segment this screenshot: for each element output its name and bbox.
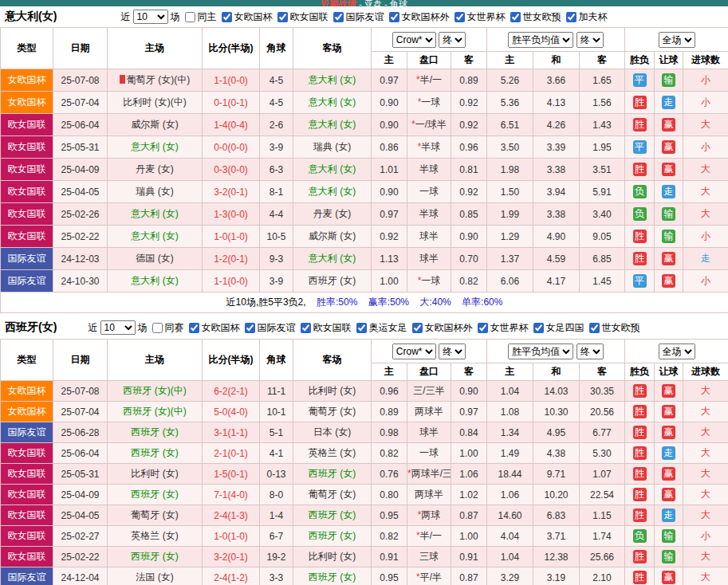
win-draw-loss-cell: 胜	[625, 402, 655, 422]
league-filter-5-checkbox[interactable]	[478, 323, 488, 333]
league-filter-4-checkbox[interactable]	[455, 12, 465, 22]
league-filter-1-checkbox[interactable]	[245, 323, 255, 333]
bookmaker-select[interactable]: Crow*	[392, 32, 436, 48]
odds-home: 0.90	[372, 181, 407, 203]
odds-home: 0.92	[372, 226, 407, 248]
bookmaker-select[interactable]: Crow*	[392, 344, 436, 359]
league-filter-4-checkbox[interactable]	[412, 323, 423, 333]
league-filter-0-label: 女欧国杯	[234, 10, 273, 24]
near-label: 近	[121, 10, 131, 24]
league-filter-1-checkbox[interactable]	[277, 12, 288, 22]
handicap-result-badge: 走	[662, 446, 675, 460]
league-filter-2-checkbox[interactable]	[301, 323, 311, 333]
handicap-result-cell: 赢	[655, 114, 683, 136]
corner-score: 4-4	[260, 203, 293, 226]
league-type-badge: 欧女国联	[1, 226, 53, 248]
col-goals: 进球数	[683, 363, 728, 381]
league-filter-7-checkbox[interactable]	[589, 323, 600, 333]
win-draw-loss-cell: 胜	[625, 226, 655, 248]
corner-score: 6-3	[260, 159, 293, 181]
avg-odds-select[interactable]: 胜平负均值	[508, 32, 573, 48]
match-date: 25-04-09	[53, 159, 108, 181]
col-wdl: 胜负	[625, 52, 655, 69]
league-type-badge: 欧女国联	[1, 464, 53, 485]
odds-away: 0.89	[451, 69, 487, 92]
league-type-badge: 国际友谊	[1, 567, 53, 585]
live-flag-icon	[120, 75, 125, 84]
avg-draw: 4.90	[533, 226, 580, 248]
match-score: 1-1(0-0)	[203, 270, 260, 292]
match-row: 国际友谊24-12-03德国 (女)1-2(0-1)9-3意大利 (女)1.13…	[1, 248, 728, 270]
avg-away: 25.66	[580, 547, 625, 567]
match-date: 25-06-04	[53, 443, 108, 464]
league-filter-6-label: 女足四国	[546, 321, 584, 335]
odds-home: 1.00	[372, 270, 407, 292]
handicap-result-badge: 输	[662, 207, 675, 221]
goals-result: 大	[683, 181, 728, 203]
same-filter-checkbox[interactable]	[152, 323, 163, 333]
odds-time-select[interactable]: 终	[439, 344, 466, 359]
match-scope-select[interactable]: 全场	[659, 32, 695, 48]
league-filter-2-checkbox[interactable]	[333, 12, 344, 22]
col-score: 比分(半场)	[203, 340, 260, 381]
league-filter-5-checkbox[interactable]	[510, 12, 521, 22]
league-filter-2: 欧女国联	[301, 321, 352, 335]
win-draw-loss-badge: 胜	[633, 446, 647, 460]
same-filter-checkbox[interactable]	[185, 12, 195, 22]
avg-home: 1.98	[487, 159, 533, 181]
same-filter: 同赛	[152, 321, 185, 335]
handicap-line: *平/半	[407, 567, 451, 585]
avg-draw: 10.30	[533, 402, 580, 422]
recent-count-select[interactable]: 10	[100, 320, 136, 335]
avg-away: 1.15	[580, 505, 625, 526]
odds-home: 1.13	[372, 248, 407, 270]
league-filter-0-label: 女欧国杯	[202, 321, 240, 335]
match-date: 25-02-27	[53, 526, 108, 547]
league-filter-6-checkbox[interactable]	[533, 323, 544, 333]
handicap-result-badge: 赢	[662, 118, 675, 132]
win-draw-loss-cell: 平	[625, 69, 655, 92]
handicap-result-cell: 赢	[655, 381, 683, 402]
col-date: 日期	[53, 340, 108, 381]
avg-home: 1.04	[487, 547, 533, 567]
avg-away: 5.91	[580, 181, 625, 203]
win-draw-loss-badge: 胜	[633, 163, 647, 176]
corner-score: 4-5	[260, 92, 293, 114]
odds-home: 1.01	[372, 159, 407, 181]
match-score: 1-4(0-4)	[203, 114, 260, 136]
league-filter-3-checkbox[interactable]	[356, 323, 367, 333]
goals-result: 大	[683, 402, 728, 422]
league-type-badge: 国际友谊	[1, 248, 53, 270]
top-nav-active-item[interactable]: 近期战绩	[321, 0, 356, 6]
match-date: 25-04-05	[53, 505, 108, 526]
summary-record: 近10场,胜5平3负2,	[226, 296, 306, 308]
handicap-line: *两球	[407, 505, 451, 526]
odds-away: 0.91	[451, 547, 487, 567]
home-team: 西班牙 (女)(中)	[108, 381, 203, 402]
handicap-line: 两球半	[407, 485, 451, 505]
summary-handicap-rate: 赢率:50%	[368, 296, 409, 308]
avg-draw: 3.38	[533, 203, 580, 226]
odds-time-select[interactable]: 终	[439, 32, 466, 48]
away-favorite-marker: *	[407, 468, 411, 479]
handicap-result-cell: 赢	[655, 159, 683, 181]
league-filter-0-checkbox[interactable]	[222, 12, 232, 22]
col-goals: 进球数	[683, 52, 728, 69]
match-scope-select[interactable]: 全场	[659, 344, 695, 359]
avg-away: 5.30	[580, 443, 625, 464]
spain-section-head: 西班牙(女) 近 10 场 同赛女欧国杯国际友谊欧女国联奥运女足女欧国杯外女世界…	[0, 316, 728, 339]
league-filter-6-checkbox[interactable]	[566, 12, 576, 22]
avg-odds-select[interactable]: 胜平负均值	[508, 344, 573, 359]
avg-time-select[interactable]: 终	[576, 32, 604, 48]
scope-group-header: 全场	[625, 340, 728, 363]
match-date: 25-05-31	[53, 136, 108, 159]
win-draw-loss-badge: 胜	[633, 118, 647, 132]
avg-time-select[interactable]: 终	[576, 344, 604, 359]
away-team: 丹麦 (女)	[293, 203, 372, 226]
handicap-result-badge: 赢	[662, 163, 675, 176]
match-date: 25-07-04	[53, 92, 108, 114]
win-draw-loss-badge: 胜	[633, 467, 647, 481]
recent-count-select[interactable]: 10	[133, 10, 168, 24]
league-filter-0-checkbox[interactable]	[189, 323, 199, 333]
league-filter-3-checkbox[interactable]	[389, 12, 399, 22]
